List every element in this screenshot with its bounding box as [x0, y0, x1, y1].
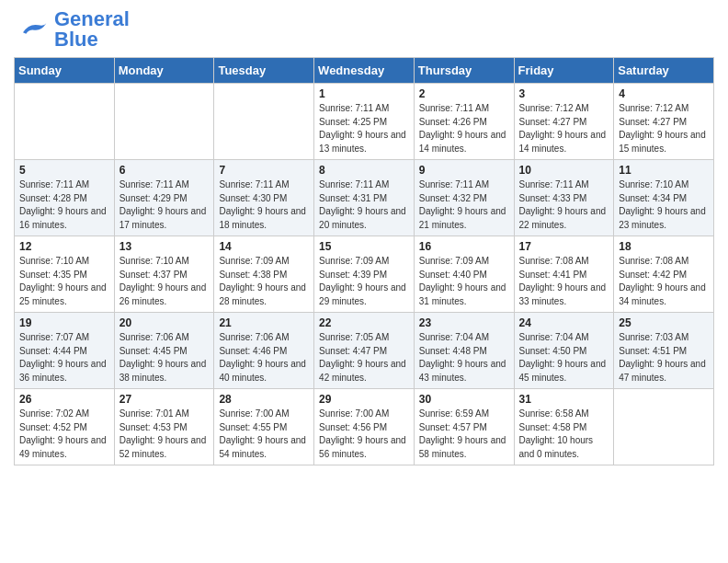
calendar-cell: 13Sunrise: 7:10 AM Sunset: 4:37 PM Dayli… [114, 236, 214, 313]
day-number: 24 [519, 316, 609, 329]
day-number: 15 [319, 240, 409, 253]
day-detail: Sunrise: 7:01 AM Sunset: 4:53 PM Dayligh… [119, 408, 210, 461]
logo-text: GeneralBlue [54, 9, 130, 50]
day-number: 28 [219, 393, 309, 406]
day-detail: Sunrise: 6:59 AM Sunset: 4:57 PM Dayligh… [419, 408, 509, 461]
day-detail: Sunrise: 7:11 AM Sunset: 4:26 PM Dayligh… [419, 102, 509, 155]
page-header: GeneralBlue [14, 9, 714, 50]
day-detail: Sunrise: 7:05 AM Sunset: 4:47 PM Dayligh… [319, 331, 409, 385]
day-number: 30 [419, 393, 509, 406]
weekday-header-saturday: Saturday [614, 58, 714, 84]
calendar-header-row: SundayMondayTuesdayWednesdayThursdayFrid… [15, 58, 714, 84]
weekday-header-thursday: Thursday [414, 58, 514, 84]
calendar-cell: 27Sunrise: 7:01 AM Sunset: 4:53 PM Dayli… [114, 389, 214, 465]
day-detail: Sunrise: 7:03 AM Sunset: 4:51 PM Dayligh… [619, 331, 709, 385]
day-number: 4 [619, 87, 709, 100]
day-number: 14 [219, 240, 309, 253]
day-number: 23 [419, 316, 509, 329]
day-detail: Sunrise: 7:11 AM Sunset: 4:32 PM Dayligh… [419, 178, 509, 232]
calendar-cell: 30Sunrise: 6:59 AM Sunset: 4:57 PM Dayli… [414, 389, 514, 465]
calendar-cell: 21Sunrise: 7:06 AM Sunset: 4:46 PM Dayli… [214, 313, 314, 389]
day-detail: Sunrise: 7:09 AM Sunset: 4:38 PM Dayligh… [219, 255, 309, 308]
day-number: 27 [119, 393, 210, 406]
calendar-cell: 1Sunrise: 7:11 AM Sunset: 4:25 PM Daylig… [314, 84, 415, 160]
calendar-cell: 15Sunrise: 7:09 AM Sunset: 4:39 PM Dayli… [314, 236, 415, 313]
day-detail: Sunrise: 7:11 AM Sunset: 4:28 PM Dayligh… [19, 178, 109, 232]
calendar-cell: 28Sunrise: 7:00 AM Sunset: 4:55 PM Dayli… [214, 389, 314, 465]
logo-icon [14, 20, 51, 39]
day-detail: Sunrise: 7:11 AM Sunset: 4:31 PM Dayligh… [319, 178, 409, 232]
calendar-cell: 25Sunrise: 7:03 AM Sunset: 4:51 PM Dayli… [614, 313, 714, 389]
calendar-cell: 2Sunrise: 7:11 AM Sunset: 4:26 PM Daylig… [414, 84, 514, 160]
day-detail: Sunrise: 7:04 AM Sunset: 4:48 PM Dayligh… [419, 331, 509, 385]
calendar-cell: 19Sunrise: 7:07 AM Sunset: 4:44 PM Dayli… [15, 313, 115, 389]
weekday-header-sunday: Sunday [15, 58, 115, 84]
weekday-header-tuesday: Tuesday [214, 58, 314, 84]
day-detail: Sunrise: 7:10 AM Sunset: 4:34 PM Dayligh… [619, 178, 709, 232]
day-number: 7 [219, 164, 309, 177]
calendar-cell: 14Sunrise: 7:09 AM Sunset: 4:38 PM Dayli… [214, 236, 314, 313]
day-detail: Sunrise: 7:00 AM Sunset: 4:55 PM Dayligh… [219, 408, 309, 461]
calendar-cell: 8Sunrise: 7:11 AM Sunset: 4:31 PM Daylig… [314, 160, 415, 236]
day-detail: Sunrise: 7:06 AM Sunset: 4:45 PM Dayligh… [119, 331, 210, 385]
day-number: 8 [319, 164, 409, 177]
calendar-cell [15, 84, 115, 160]
calendar-cell: 23Sunrise: 7:04 AM Sunset: 4:48 PM Dayli… [414, 313, 514, 389]
calendar-cell [114, 84, 214, 160]
day-number: 19 [19, 316, 109, 329]
day-number: 13 [119, 240, 210, 253]
calendar-week-row: 19Sunrise: 7:07 AM Sunset: 4:44 PM Dayli… [15, 313, 714, 389]
day-detail: Sunrise: 7:10 AM Sunset: 4:35 PM Dayligh… [19, 255, 109, 308]
calendar-cell: 6Sunrise: 7:11 AM Sunset: 4:29 PM Daylig… [114, 160, 214, 236]
day-detail: Sunrise: 7:11 AM Sunset: 4:25 PM Dayligh… [319, 102, 409, 155]
calendar-cell: 17Sunrise: 7:08 AM Sunset: 4:41 PM Dayli… [514, 236, 614, 313]
calendar-table: SundayMondayTuesdayWednesdayThursdayFrid… [14, 57, 714, 465]
day-detail: Sunrise: 7:00 AM Sunset: 4:56 PM Dayligh… [319, 408, 409, 461]
calendar-week-row: 12Sunrise: 7:10 AM Sunset: 4:35 PM Dayli… [15, 236, 714, 313]
day-number: 17 [519, 240, 609, 253]
day-number: 5 [19, 164, 109, 177]
calendar-cell: 26Sunrise: 7:02 AM Sunset: 4:52 PM Dayli… [15, 389, 115, 465]
day-detail: Sunrise: 7:02 AM Sunset: 4:52 PM Dayligh… [19, 408, 109, 461]
calendar-cell: 10Sunrise: 7:11 AM Sunset: 4:33 PM Dayli… [514, 160, 614, 236]
calendar-week-row: 5Sunrise: 7:11 AM Sunset: 4:28 PM Daylig… [15, 160, 714, 236]
calendar-cell: 24Sunrise: 7:04 AM Sunset: 4:50 PM Dayli… [514, 313, 614, 389]
calendar-cell: 3Sunrise: 7:12 AM Sunset: 4:27 PM Daylig… [514, 84, 614, 160]
calendar-cell: 31Sunrise: 6:58 AM Sunset: 4:58 PM Dayli… [514, 389, 614, 465]
day-number: 21 [219, 316, 309, 329]
day-detail: Sunrise: 7:07 AM Sunset: 4:44 PM Dayligh… [19, 331, 109, 385]
day-detail: Sunrise: 7:08 AM Sunset: 4:42 PM Dayligh… [619, 255, 709, 308]
day-detail: Sunrise: 6:58 AM Sunset: 4:58 PM Dayligh… [519, 408, 609, 461]
day-detail: Sunrise: 7:11 AM Sunset: 4:30 PM Dayligh… [219, 178, 309, 232]
day-detail: Sunrise: 7:12 AM Sunset: 4:27 PM Dayligh… [619, 102, 709, 155]
day-number: 29 [319, 393, 409, 406]
day-detail: Sunrise: 7:09 AM Sunset: 4:39 PM Dayligh… [319, 255, 409, 308]
day-detail: Sunrise: 7:11 AM Sunset: 4:29 PM Dayligh… [119, 178, 210, 232]
day-number: 10 [519, 164, 609, 177]
day-number: 22 [319, 316, 409, 329]
calendar-cell [214, 84, 314, 160]
day-detail: Sunrise: 7:11 AM Sunset: 4:33 PM Dayligh… [519, 178, 609, 232]
day-number: 6 [119, 164, 210, 177]
day-number: 31 [519, 393, 609, 406]
day-number: 1 [319, 87, 409, 100]
calendar-cell: 12Sunrise: 7:10 AM Sunset: 4:35 PM Dayli… [15, 236, 115, 313]
calendar-cell: 18Sunrise: 7:08 AM Sunset: 4:42 PM Dayli… [614, 236, 714, 313]
weekday-header-friday: Friday [514, 58, 614, 84]
weekday-header-wednesday: Wednesday [314, 58, 415, 84]
day-number: 16 [419, 240, 509, 253]
calendar-week-row: 26Sunrise: 7:02 AM Sunset: 4:52 PM Dayli… [15, 389, 714, 465]
calendar-cell [614, 389, 714, 465]
calendar-cell: 5Sunrise: 7:11 AM Sunset: 4:28 PM Daylig… [15, 160, 115, 236]
day-detail: Sunrise: 7:06 AM Sunset: 4:46 PM Dayligh… [219, 331, 309, 385]
day-number: 25 [619, 316, 709, 329]
day-number: 11 [619, 164, 709, 177]
day-number: 12 [19, 240, 109, 253]
calendar-cell: 4Sunrise: 7:12 AM Sunset: 4:27 PM Daylig… [614, 84, 714, 160]
day-number: 3 [519, 87, 609, 100]
day-detail: Sunrise: 7:04 AM Sunset: 4:50 PM Dayligh… [519, 331, 609, 385]
calendar-cell: 9Sunrise: 7:11 AM Sunset: 4:32 PM Daylig… [414, 160, 514, 236]
calendar-cell: 11Sunrise: 7:10 AM Sunset: 4:34 PM Dayli… [614, 160, 714, 236]
calendar-week-row: 1Sunrise: 7:11 AM Sunset: 4:25 PM Daylig… [15, 84, 714, 160]
day-detail: Sunrise: 7:09 AM Sunset: 4:40 PM Dayligh… [419, 255, 509, 308]
